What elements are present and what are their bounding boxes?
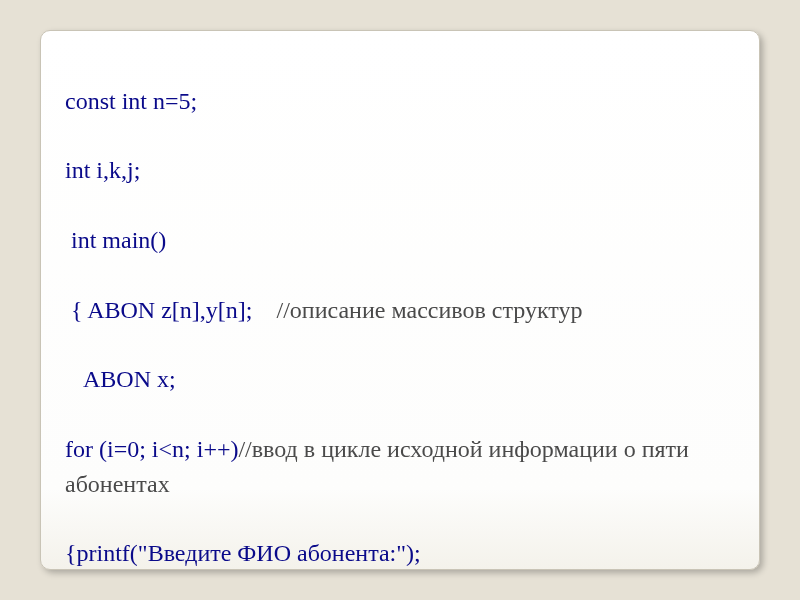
- slide-panel: const int n=5; int i,k,j; int main() { A…: [40, 30, 760, 570]
- code-line: for (i=0; i<n; i++): [65, 436, 238, 462]
- code-line: int i,k,j;: [65, 157, 140, 183]
- code-comment: //описание массивов структур: [277, 297, 583, 323]
- code-line: const int n=5;: [65, 88, 197, 114]
- code-line: { ABON z[n],y[n];: [65, 297, 277, 323]
- code-line: ABON x;: [65, 366, 176, 392]
- code-line: int main(): [65, 227, 166, 253]
- code-block: const int n=5; int i,k,j; int main() { A…: [65, 49, 735, 600]
- code-line: {printf("Введите ФИО абонента:");: [65, 540, 421, 566]
